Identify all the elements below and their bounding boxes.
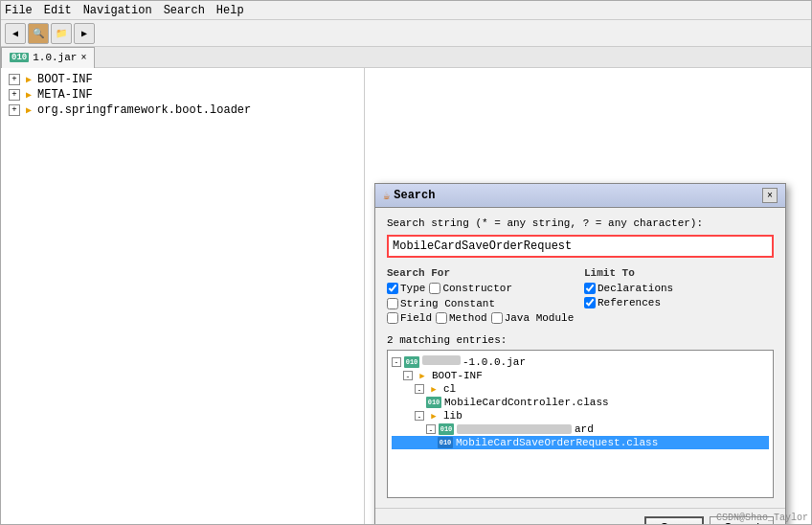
checkbox-method[interactable]: Method (436, 312, 487, 324)
class-request-icon: 010 (438, 437, 453, 448)
folder-lib-icon: ▶ (427, 410, 440, 422)
content-area: + ▶ BOOT-INF + ▶ META-INF + ▶ org.spring… (1, 68, 811, 524)
menu-navigation[interactable]: Navigation (83, 4, 152, 17)
menu-edit[interactable]: Edit (44, 4, 72, 17)
expand-boot-inf[interactable]: + (9, 74, 20, 85)
checkbox-string-constant[interactable]: String Constant (387, 298, 495, 309)
result-cl[interactable]: - ▶ cl (392, 382, 769, 396)
search-hint: Search string (* = any string, ? = any c… (387, 217, 774, 229)
search-dialog: ☕ Search × Search string (* = any string… (374, 183, 786, 524)
expand-boot-inf-r[interactable]: - (403, 371, 413, 380)
checkbox-type[interactable]: Type (387, 283, 425, 294)
result-boot-inf[interactable]: - ▶ BOOT-INF (392, 369, 769, 382)
checkbox-references[interactable]: References (584, 297, 661, 308)
dialog-body: Search string (* = any string, ? = any c… (375, 208, 785, 508)
dialog-titlebar: ☕ Search × (375, 184, 785, 208)
limit-to-section: Limit To Declarations References (584, 267, 774, 327)
open-button[interactable]: 📁 (51, 23, 72, 44)
limit-to-row1: Declarations (584, 283, 774, 294)
expand-meta-inf[interactable]: + (9, 89, 20, 101)
folder-boot-inf-icon: ▶ (416, 370, 429, 381)
expand-jar[interactable]: - (392, 357, 401, 367)
tree-item-boot-inf[interactable]: + ▶ BOOT-INF (5, 72, 360, 87)
folder-icon-boot-inf: ▶ (22, 73, 35, 86)
tree-label-springframework: org.springframework.boot.loader (37, 103, 251, 117)
search-for-row1: Type Constructor String Constant (387, 283, 576, 309)
tab-close-button[interactable]: × (80, 53, 86, 63)
result-jar-label: -1.0.0.jar (422, 355, 526, 368)
menu-search[interactable]: Search (164, 4, 205, 17)
dialog-title: ☕ Search (383, 189, 435, 203)
checkbox-java-module[interactable]: Java Module (491, 312, 575, 324)
blurred-jar-icon: 010 (439, 423, 454, 435)
result-boot-inf-label: BOOT-INF (432, 370, 483, 381)
folder-icon-meta-inf: ▶ (22, 88, 35, 102)
menu-help[interactable]: Help (216, 4, 244, 17)
checkbox-field[interactable]: Field (387, 312, 432, 324)
limit-to-label: Limit To (584, 267, 774, 279)
jar-tab[interactable]: 010 1.0.jar × (1, 47, 95, 68)
tab-label: 1.0.jar (33, 52, 77, 63)
limit-to-row2: References (584, 297, 774, 308)
expand-cl[interactable]: - (415, 384, 424, 394)
result-controller[interactable]: 010 MobileCardController.class (392, 396, 769, 409)
results-label: 2 matching entries: (387, 334, 774, 346)
folder-cl-icon: ▶ (427, 383, 440, 395)
search-for-row2: Field Method Java Module (387, 312, 576, 324)
results-tree[interactable]: - 010 -1.0.0.jar - ▶ BOOT-INF (387, 350, 774, 498)
result-lib-label: lib (443, 410, 462, 422)
tree-panel: + ▶ BOOT-INF + ▶ META-INF + ▶ org.spring… (1, 68, 365, 524)
forward-button[interactable]: ▶ (74, 23, 95, 44)
watermark: CSDN@Shao_Taylor (716, 513, 808, 523)
result-save-order-request[interactable]: 010 MobileCardSaveOrderRequest.class (392, 436, 769, 449)
result-controller-label: MobileCardController.class (444, 397, 609, 408)
result-cl-label: cl (443, 383, 456, 395)
toolbar: ◀ 🔍 📁 ▶ (1, 20, 811, 47)
tree-item-meta-inf[interactable]: + ▶ META-INF (5, 87, 360, 103)
folder-icon-springframework: ▶ (22, 103, 35, 117)
checkbox-constructor[interactable]: Constructor (429, 283, 512, 294)
expand-springframework[interactable]: + (9, 104, 20, 116)
search-options: Search For Type Constructor String Const… (387, 267, 774, 327)
class-controller-icon: 010 (426, 397, 441, 408)
menu-file[interactable]: File (5, 4, 33, 17)
expand-lib[interactable]: - (415, 411, 424, 421)
result-blurred-jar[interactable]: - 010 ard (392, 422, 769, 436)
tree-label-meta-inf: META-INF (37, 88, 93, 102)
search-for-label: Search For (387, 267, 576, 279)
blurred-jar-label (457, 424, 572, 434)
jar-icon: 010 (404, 356, 419, 368)
result-request-label: MobileCardSaveOrderRequest.class (456, 437, 658, 448)
checkbox-declarations[interactable]: Declarations (584, 283, 673, 294)
tree-label-boot-inf: BOOT-INF (37, 73, 93, 86)
tab-bar: 010 1.0.jar × (1, 47, 811, 68)
back-button[interactable]: ◀ (5, 23, 26, 44)
result-lib[interactable]: - ▶ lib (392, 409, 769, 422)
open-button[interactable]: Open (644, 516, 703, 524)
expand-blurred[interactable]: - (426, 424, 436, 434)
dialog-close-button[interactable]: × (762, 188, 778, 203)
search-input[interactable] (387, 235, 774, 258)
menu-bar: File Edit Navigation Search Help (1, 1, 811, 20)
search-for-section: Search For Type Constructor String Const… (387, 267, 576, 327)
ide-window: File Edit Navigation Search Help ◀ 🔍 📁 ▶… (0, 0, 812, 525)
result-jar[interactable]: - 010 -1.0.0.jar (392, 354, 769, 369)
tree-item-springframework[interactable]: + ▶ org.springframework.boot.loader (5, 103, 360, 118)
search-button[interactable]: 🔍 (28, 23, 49, 44)
